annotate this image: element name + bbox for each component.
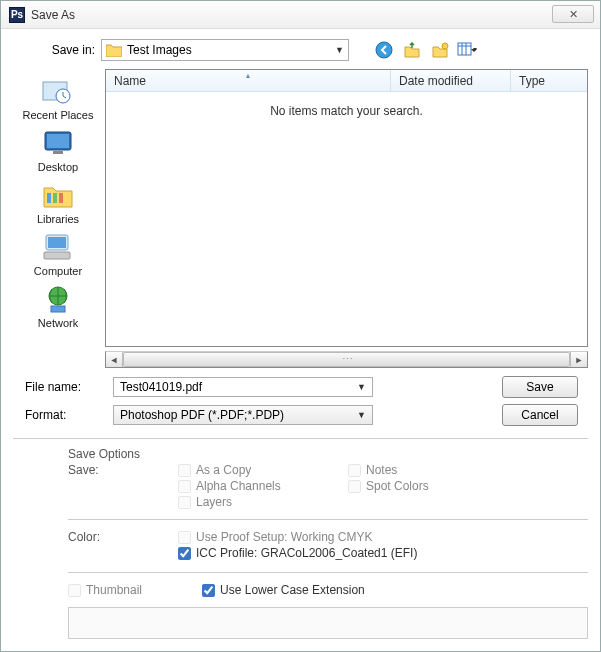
filename-input[interactable]: Test041019.pdf ▼ [113, 377, 373, 397]
place-label: Desktop [38, 161, 78, 173]
svg-rect-10 [59, 193, 63, 203]
notes-checkbox [348, 464, 361, 477]
color-label: Color: [68, 530, 178, 562]
list-header: Name Date modified Type [106, 70, 587, 92]
up-one-level-button[interactable] [401, 39, 423, 61]
use-proof-setup-checkbox [178, 531, 191, 544]
as-a-copy-checkbox [178, 464, 191, 477]
thumbnail-label: Thumbnail [86, 583, 142, 597]
dropdown-arrow-icon: ▼ [357, 410, 366, 420]
lowercase-ext-checkbox[interactable] [202, 584, 215, 597]
svg-point-0 [376, 42, 392, 58]
horizontal-scrollbar[interactable]: ◄ ► [105, 351, 588, 368]
filename-label: File name: [13, 380, 113, 394]
recent-places-icon [40, 75, 76, 107]
place-label: Recent Places [23, 109, 94, 121]
svg-rect-7 [53, 151, 63, 154]
dropdown-arrow-icon: ▼ [335, 45, 344, 55]
filename-value: Test041019.pdf [120, 380, 202, 394]
place-label: Libraries [37, 213, 79, 225]
place-network[interactable]: Network [18, 283, 98, 329]
icc-profile-checkbox[interactable] [178, 547, 191, 560]
new-folder-button[interactable] [429, 39, 451, 61]
scroll-left-icon[interactable]: ◄ [106, 352, 123, 367]
place-label: Computer [34, 265, 82, 277]
format-dropdown[interactable]: Photoshop PDF (*.PDF;*.PDP) ▼ [113, 405, 373, 425]
notes-label: Notes [366, 463, 397, 477]
spot-colors-checkbox [348, 480, 361, 493]
back-button[interactable] [373, 39, 395, 61]
place-recent[interactable]: Recent Places [18, 75, 98, 121]
save-as-dialog: Ps Save As ✕ Save in: Test Images ▼ [0, 0, 601, 652]
places-bar: Recent Places Desktop Libraries [13, 69, 103, 347]
svg-rect-12 [48, 237, 66, 248]
col-date-modified[interactable]: Date modified [391, 70, 511, 91]
close-button[interactable]: ✕ [552, 5, 594, 23]
format-value: Photoshop PDF (*.PDF;*.PDP) [120, 408, 284, 422]
desktop-icon [40, 127, 76, 159]
scroll-thumb[interactable] [123, 352, 570, 367]
as-a-copy-label: As a Copy [196, 463, 251, 477]
place-label: Network [38, 317, 78, 329]
folder-icon [106, 43, 122, 57]
dropdown-arrow-icon: ▼ [357, 382, 366, 392]
format-label: Format: [13, 408, 113, 422]
network-icon [40, 283, 76, 315]
save-options-header: Save Options [68, 447, 588, 461]
save-in-label: Save in: [13, 43, 101, 57]
save-in-folder-name: Test Images [127, 43, 192, 57]
computer-icon [40, 231, 76, 263]
layers-checkbox [178, 496, 191, 509]
alpha-channels-label: Alpha Channels [196, 479, 281, 493]
scroll-right-icon[interactable]: ► [570, 352, 587, 367]
place-libraries[interactable]: Libraries [18, 179, 98, 225]
svg-rect-9 [53, 193, 57, 203]
view-menu-button[interactable] [457, 39, 479, 61]
status-area [68, 607, 588, 639]
file-list[interactable]: Name Date modified Type No items match y… [105, 69, 588, 347]
cancel-button[interactable]: Cancel [502, 404, 578, 426]
titlebar: Ps Save As ✕ [1, 1, 600, 29]
use-proof-setup-label: Use Proof Setup: Working CMYK [196, 530, 373, 544]
alpha-channels-checkbox [178, 480, 191, 493]
libraries-icon [40, 179, 76, 211]
save-label: Save: [68, 463, 178, 509]
icc-profile-label: ICC Profile: GRACoL2006_Coated1 (EFI) [196, 546, 417, 560]
svg-rect-13 [44, 252, 70, 259]
svg-rect-6 [47, 134, 69, 148]
photoshop-icon: Ps [9, 7, 25, 23]
place-computer[interactable]: Computer [18, 231, 98, 277]
save-in-dropdown[interactable]: Test Images ▼ [101, 39, 349, 61]
save-button[interactable]: Save [502, 376, 578, 398]
col-name[interactable]: Name [106, 70, 391, 91]
col-type[interactable]: Type [511, 70, 587, 91]
lowercase-ext-label: Use Lower Case Extension [220, 583, 365, 597]
svg-rect-8 [47, 193, 51, 203]
window-title: Save As [31, 8, 75, 22]
thumbnail-checkbox [68, 584, 81, 597]
svg-rect-2 [458, 43, 471, 55]
place-desktop[interactable]: Desktop [18, 127, 98, 173]
svg-rect-15 [51, 306, 65, 312]
svg-point-1 [442, 43, 448, 49]
spot-colors-label: Spot Colors [366, 479, 429, 493]
list-empty-message: No items match your search. [106, 92, 587, 346]
layers-label: Layers [196, 495, 232, 509]
